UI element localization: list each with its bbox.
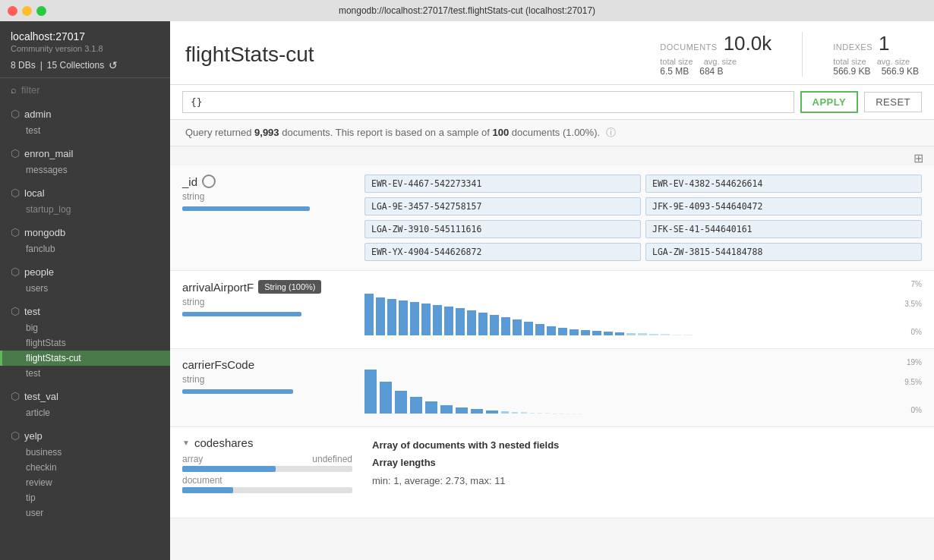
db-section-test: ⬡ test big flightStats flightStats-cut t… xyxy=(0,299,170,384)
minimize-icon[interactable] xyxy=(22,6,32,16)
content-header: flightStats-cut DOCUMENTS 10.0k total si… xyxy=(170,21,934,85)
database-icon: ⬡ xyxy=(11,187,20,199)
sidebar-item-people[interactable]: ⬡ people xyxy=(0,263,170,281)
column-toggle-area: ⊞ xyxy=(170,146,934,165)
window-controls xyxy=(8,6,46,16)
db-section-mongodb: ⬡ mongodb fanclub xyxy=(0,220,170,260)
svg-rect-4 xyxy=(410,302,419,335)
schema-content: ⊞ _id string EWR-EV-4467-5422 xyxy=(170,146,934,560)
field-label-id: _id xyxy=(182,175,197,188)
sidebar-item-yelp-review[interactable]: review xyxy=(0,475,170,490)
refresh-field-icon[interactable] xyxy=(202,175,216,188)
server-name: localhost:27017 xyxy=(11,30,159,42)
sidebar-item-test-flightstats[interactable]: flightStats xyxy=(0,335,170,351)
documents-count: 10.0k xyxy=(724,32,772,55)
column-toggle-button[interactable]: ⊞ xyxy=(913,151,926,165)
sidebar-item-admin-test[interactable]: test xyxy=(0,123,170,138)
field-bar-fill-id xyxy=(182,206,310,211)
svg-rect-1 xyxy=(376,297,385,335)
collapse-icon[interactable]: ▼ xyxy=(182,439,190,447)
field-row-carrier: carrierFsCode string 19% 9.5% 0% xyxy=(170,349,934,427)
chart-min-carrier: 0% xyxy=(911,406,922,414)
field-label-arrival: arrivalAirportF xyxy=(182,281,254,294)
sidebar-filter: ⌕ xyxy=(0,78,170,102)
field-label-codeshares: codeshares xyxy=(194,436,254,449)
documents-stat: DOCUMENTS 10.0k total size avg. size 6.5… xyxy=(660,32,771,77)
id-value: JFK-9E-4093-544640472 xyxy=(645,197,922,216)
sidebar-item-yelp-tip[interactable]: tip xyxy=(0,490,170,505)
collection-title: flightStats-cut xyxy=(185,42,314,67)
svg-rect-37 xyxy=(486,411,498,414)
refresh-icon[interactable]: ↺ xyxy=(109,59,118,71)
field-info-carrier: carrierFsCode string xyxy=(182,358,364,394)
sidebar-item-test-test[interactable]: test xyxy=(0,366,170,381)
close-icon[interactable] xyxy=(8,6,17,16)
idx-total-size-label: total size xyxy=(833,57,866,66)
array-info: Array of documents with 3 nested fields … xyxy=(372,436,922,489)
sidebar-item-people-users[interactable]: users xyxy=(0,281,170,296)
sidebar-item-local-startup[interactable]: startup_log xyxy=(0,202,170,217)
svg-rect-15 xyxy=(535,324,544,335)
svg-rect-28 xyxy=(683,335,693,335)
maximize-icon[interactable] xyxy=(36,6,46,16)
field-type-id: string xyxy=(182,191,352,202)
sidebar-item-enron[interactable]: ⬡ enron_mail xyxy=(0,144,170,162)
svg-rect-3 xyxy=(399,300,408,335)
field-name-arrival: arrivalAirportF String (100%) xyxy=(182,280,352,294)
filter-input[interactable] xyxy=(21,84,159,96)
svg-rect-26 xyxy=(661,334,670,335)
stat-separator xyxy=(802,32,803,77)
sample-count: 100 xyxy=(492,127,509,138)
field-row-id: _id string EWR-EV-4467-542273341 EWR-EV-… xyxy=(170,165,934,271)
sidebar-item-yelp-checkin[interactable]: checkin xyxy=(0,460,170,475)
type-document-label: document xyxy=(182,475,352,486)
svg-rect-45 xyxy=(560,414,563,414)
sidebar-item-testval[interactable]: ⬡ test_val xyxy=(0,387,170,405)
db-section-people: ⬡ people users xyxy=(0,260,170,299)
sidebar-item-admin[interactable]: ⬡ admin xyxy=(0,105,170,123)
idx-total-size: 566.9 KB xyxy=(833,66,870,77)
sidebar-item-mongodb-fanclub[interactable]: fanclub xyxy=(0,241,170,256)
info-help-icon[interactable]: ⓘ xyxy=(606,127,616,138)
field-bar-fill-carrier xyxy=(182,389,293,394)
db-section-yelp: ⬡ yelp business checkin review tip user xyxy=(0,423,170,524)
db-name-admin: admin xyxy=(24,109,51,120)
id-value: LGA-9E-3457-542758157 xyxy=(364,197,641,216)
sidebar-item-yelp-business[interactable]: business xyxy=(0,445,170,460)
array-title: Array of documents with 3 nested fields xyxy=(372,439,559,451)
svg-rect-24 xyxy=(638,333,647,335)
id-value: LGA-ZW-3815-544184788 xyxy=(645,243,922,261)
id-values-grid: EWR-EV-4467-542273341 EWR-EV-4382-544626… xyxy=(364,175,922,261)
sidebar-item-yelp-user[interactable]: user xyxy=(0,505,170,521)
field-type-arrival: string xyxy=(182,297,352,307)
svg-rect-21 xyxy=(604,332,613,335)
array-detail: min: 1, average: 2.73, max: 11 xyxy=(372,472,922,489)
svg-rect-35 xyxy=(456,407,468,414)
sidebar-item-yelp[interactable]: ⬡ yelp xyxy=(0,426,170,445)
info-prefix: Query returned xyxy=(185,127,254,138)
db-name-people: people xyxy=(24,266,54,278)
indexes-stat: INDEXES 1 total size avg. size 566.9 KB … xyxy=(833,32,919,77)
svg-rect-20 xyxy=(592,331,601,335)
sidebar-item-test[interactable]: ⬡ test xyxy=(0,302,170,320)
sidebar-item-test-big[interactable]: big xyxy=(0,320,170,335)
avg-size-label: avg. size xyxy=(704,57,737,66)
sidebar-item-local[interactable]: ⬡ local xyxy=(0,184,170,202)
svg-rect-44 xyxy=(553,414,557,414)
indexes-label: INDEXES xyxy=(833,42,872,52)
svg-rect-18 xyxy=(570,329,579,335)
field-chart-carrier: 19% 9.5% 0% xyxy=(364,358,922,417)
bar-chart-arrival xyxy=(364,290,894,339)
idx-avg-size: 566.9 KB xyxy=(882,66,919,77)
svg-rect-34 xyxy=(440,405,453,414)
sidebar-item-test-flightstats-cut[interactable]: flightStats-cut xyxy=(0,351,170,366)
sidebar-item-testval-article[interactable]: article xyxy=(0,405,170,420)
field-chart-arrival: 7% 3.5% 0% xyxy=(364,280,922,339)
field-row-arrival: arrivalAirportF String (100%) string 7% … xyxy=(170,271,934,349)
apply-button[interactable]: APPLY xyxy=(800,91,859,113)
sidebar-item-enron-messages[interactable]: messages xyxy=(0,162,170,178)
sidebar-item-mongodb[interactable]: ⬡ mongodb xyxy=(0,223,170,241)
query-input[interactable] xyxy=(182,91,794,113)
reset-button[interactable]: RESET xyxy=(864,92,922,112)
type-document-bar xyxy=(182,487,233,493)
